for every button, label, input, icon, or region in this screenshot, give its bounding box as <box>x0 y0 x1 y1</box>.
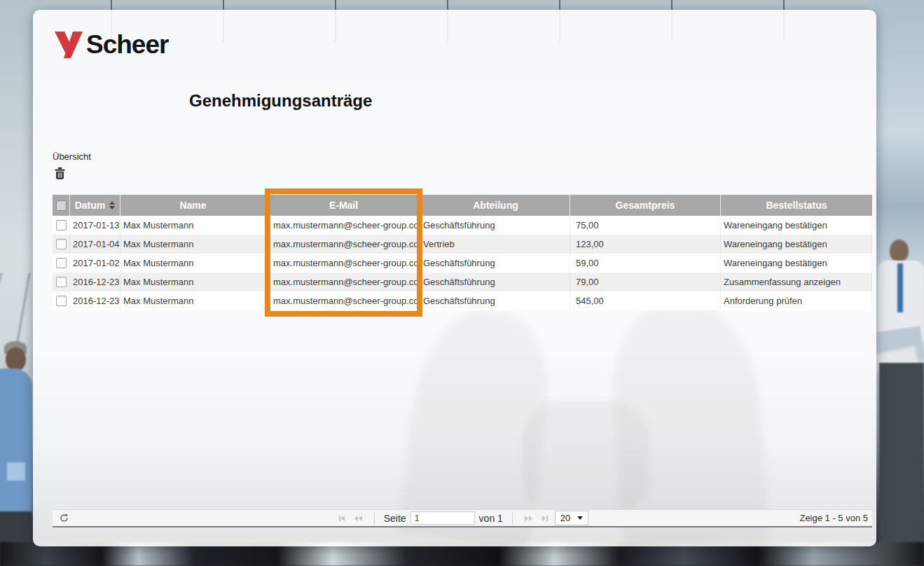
row-checkbox[interactable] <box>56 296 67 306</box>
scheer-logo: Scheer <box>54 31 168 59</box>
cell-gesamtpreis: 79,00 <box>570 272 721 291</box>
refresh-icon <box>60 513 69 523</box>
pager-divider <box>512 512 513 525</box>
photo-silhouette <box>523 402 649 514</box>
last-page-icon <box>542 516 546 521</box>
cell-name: Max Mustermann <box>120 254 266 272</box>
column-header-name[interactable]: Name <box>120 195 266 216</box>
trash-icon <box>55 167 65 179</box>
cell-email: max.mustermann@scheer-group.com <box>266 235 422 254</box>
cell-abteilung: Geschäftsführung <box>422 272 570 291</box>
next-page-button[interactable] <box>522 514 535 523</box>
cell-name: Max Mustermann <box>120 235 266 254</box>
cell-bestellstatus: Wareneingang bestätigen <box>721 254 872 272</box>
cell-name: Max Mustermann <box>120 272 266 291</box>
prev-page-icon <box>354 516 358 521</box>
table-row[interactable]: 2017-01-13 Max Mustermann max.mustermann… <box>53 216 872 235</box>
column-header-gesamtpreis[interactable]: Gesamtpreis <box>570 195 721 216</box>
column-header-abteilung[interactable]: Abteilung <box>422 195 570 216</box>
row-checkbox[interactable] <box>56 277 67 287</box>
cell-email: max.mustermann@scheer-group.com <box>266 291 422 310</box>
cell-abteilung: Geschäftsführung <box>422 216 570 235</box>
cell-datum: 2016-12-23 <box>70 291 120 310</box>
row-checkbox[interactable] <box>56 239 67 249</box>
page-title: Genehmigungsanträge <box>189 91 372 111</box>
cell-abteilung: Geschäftsführung <box>422 291 570 310</box>
page-size-select[interactable]: 20 <box>555 511 588 525</box>
first-page-icon <box>339 516 340 521</box>
page-number-input[interactable] <box>411 511 475 525</box>
cell-abteilung: Vertrieb <box>422 235 570 254</box>
cell-name: Max Mustermann <box>120 216 266 235</box>
first-page-button[interactable] <box>336 514 347 523</box>
row-checkbox[interactable] <box>56 258 67 268</box>
seite-label: Seite <box>384 513 406 524</box>
select-all-checkbox[interactable] <box>56 200 67 211</box>
delete-button[interactable] <box>53 166 67 183</box>
cell-datum: 2017-01-04 <box>70 235 120 254</box>
cell-datum: 2017-01-02 <box>70 254 120 272</box>
pager-bar: Seite von 1 20 Zeige 1 - 5 von 5 <box>53 509 872 527</box>
table-row[interactable]: 2016-12-23 Max Mustermann max.mustermann… <box>53 272 872 291</box>
pager-divider <box>374 512 375 525</box>
cell-datum: 2016-12-23 <box>70 272 120 291</box>
person-right <box>890 240 909 262</box>
scheer-logo-mark-icon <box>54 31 83 59</box>
refresh-button[interactable] <box>57 512 71 524</box>
cell-email: max.mustermann@scheer-group.com <box>266 216 422 235</box>
pager-status: Zeige 1 - 5 von 5 <box>728 513 872 523</box>
column-header-bestellstatus[interactable]: Bestellstatus <box>721 195 872 216</box>
cell-abteilung: Geschäftsführung <box>422 254 570 272</box>
next-page-icon <box>525 516 528 521</box>
last-page-button[interactable] <box>539 514 551 523</box>
select-all-header <box>53 195 70 216</box>
prev-page-button[interactable] <box>352 514 365 523</box>
cell-email: max.mustermann@scheer-group.com <box>266 272 422 291</box>
sort-asc-desc-icon[interactable] <box>109 201 115 209</box>
requests-table: Datum Name E-Mail Abteilung Gesamtpreis … <box>53 195 872 310</box>
cell-gesamtpreis: 59,00 <box>570 254 721 272</box>
cell-gesamtpreis: 75,00 <box>570 216 721 235</box>
column-header-datum[interactable]: Datum <box>70 195 120 216</box>
chevron-down-icon <box>577 516 583 520</box>
von-label: von 1 <box>479 513 503 524</box>
cell-name: Max Mustermann <box>120 291 266 310</box>
scheer-logo-text: Scheer <box>86 31 168 59</box>
cell-datum: 2017-01-13 <box>70 216 120 235</box>
table-row[interactable]: 2017-01-02 Max Mustermann max.mustermann… <box>53 254 872 272</box>
app-window: Scheer Genehmigungsanträge Übersicht Dat… <box>33 10 876 546</box>
cell-email: max.mustermann@scheer-group.com <box>266 254 422 272</box>
table-header-row: Datum Name E-Mail Abteilung Gesamtpreis … <box>53 195 872 216</box>
cell-gesamtpreis: 123,00 <box>570 235 721 254</box>
cell-bestellstatus: Wareneingang bestätigen <box>721 235 872 254</box>
cell-bestellstatus: Zusammenfassung anzeigen <box>721 272 872 291</box>
table-row[interactable]: 2016-12-23 Max Mustermann max.mustermann… <box>53 291 872 310</box>
cell-bestellstatus: Anforderung prüfen <box>721 291 872 310</box>
table-row[interactable]: 2017-01-04 Max Mustermann max.mustermann… <box>53 235 872 254</box>
cell-gesamtpreis: 545,00 <box>570 291 721 310</box>
row-checkbox[interactable] <box>56 220 67 230</box>
column-header-email[interactable]: E-Mail <box>266 195 422 216</box>
cell-bestellstatus: Wareneingang bestätigen <box>721 216 872 235</box>
section-label: Übersicht <box>53 151 91 162</box>
